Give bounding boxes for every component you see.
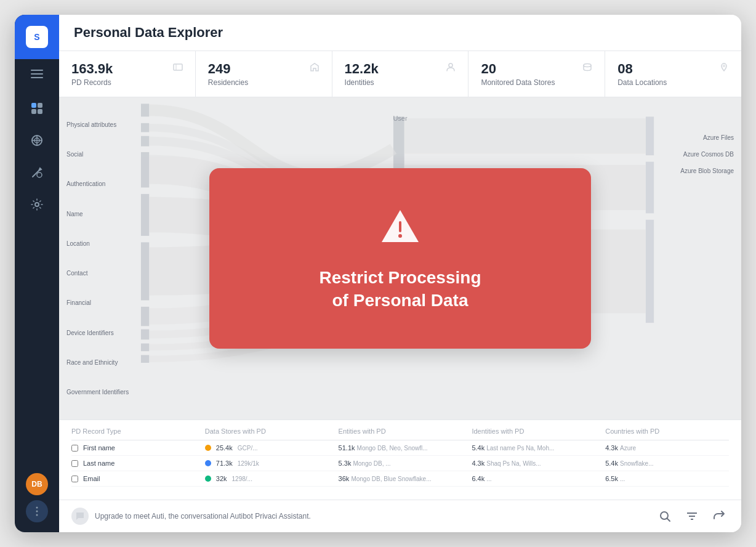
ds-dot-1 (205, 460, 211, 466)
row-1-countries: 5.4k Snowflake... (605, 460, 729, 467)
modal-title: Restrict Processingof Personal Data (320, 267, 481, 312)
col-header-type: PD Record Type (71, 427, 195, 435)
svg-rect-3 (31, 103, 36, 108)
svg-rect-0 (31, 70, 43, 71)
identities-value: 12.2k (345, 61, 379, 77)
stat-identities[interactable]: 12.2k Identities (332, 51, 469, 97)
residencies-label: Residencies (208, 78, 248, 87)
warning-triangle-icon (378, 205, 422, 249)
stat-monitored-data-stores[interactable]: 20 Monitored Data Stores (468, 51, 605, 97)
identities-label: Identities (345, 78, 379, 87)
svg-point-14 (36, 511, 38, 513)
sidebar-nav (22, 94, 52, 473)
row-2-checkbox[interactable] (71, 476, 78, 482)
table-row[interactable]: Last name 71.3k 129k/1k 5.3k Mongo DB, .… (71, 456, 729, 471)
sidebar-item-data-map[interactable] (22, 126, 52, 155)
monitored-icon (582, 62, 592, 75)
sidebar-item-tools[interactable] (22, 158, 52, 187)
svg-rect-16 (174, 64, 182, 70)
page-header: Personal Data Explorer (59, 15, 741, 51)
row-0-data-stores: 25.4k GCP/... (205, 444, 329, 452)
pd-records-icon (173, 62, 183, 75)
bottom-bar: Upgrade to meet Auti, the conversational… (59, 500, 741, 532)
sidebar-bottom: DB (26, 473, 48, 532)
main-content: Personal Data Explorer 163.9k PD Records (59, 15, 741, 532)
sidebar: S (15, 15, 59, 532)
svg-rect-6 (38, 109, 42, 114)
table-row[interactable]: First name 25.4k GCP/... 51.1k Mongo DB,… (71, 440, 729, 456)
restrict-processing-modal[interactable]: Restrict Processingof Personal Data (209, 168, 591, 349)
svg-rect-1 (31, 73, 43, 75)
logo-text: S (26, 26, 48, 48)
svg-rect-5 (31, 109, 36, 114)
more-options-button[interactable] (26, 500, 48, 522)
monitored-label: Monitored Data Stores (481, 78, 555, 87)
svg-point-12 (35, 203, 39, 206)
sidebar-item-dashboard[interactable] (22, 94, 52, 123)
row-1-data-stores: 71.3k 129k/1k (205, 460, 329, 467)
ds-dot-0 (205, 445, 211, 451)
row-1-entities: 5.3k Mongo DB, ... (339, 460, 462, 467)
svg-rect-2 (31, 77, 43, 78)
bottom-bar-actions (655, 506, 729, 526)
monitored-value: 20 (481, 61, 555, 77)
table-row[interactable]: Email 32k 1298/... 36k Mongo DB, Blue Sn… (71, 471, 729, 487)
table-header: PD Record Type Data Stores with PD Entit… (71, 427, 729, 440)
data-locations-value: 08 (617, 61, 667, 77)
svg-point-19 (584, 64, 591, 67)
svg-point-15 (36, 514, 38, 516)
row-0-type: First name (71, 444, 195, 452)
svg-rect-4 (38, 103, 42, 108)
ds-dot-2 (205, 476, 211, 482)
svg-point-13 (36, 507, 38, 509)
row-2-entities: 36k Mongo DB, Blue Snowflake... (339, 475, 462, 482)
svg-point-20 (723, 65, 725, 67)
menu-toggle-button[interactable] (15, 59, 59, 89)
search-button[interactable] (655, 506, 675, 526)
row-2-data-stores: 32k 1298/... (205, 475, 329, 482)
row-1-checkbox[interactable] (71, 460, 78, 467)
svg-point-11 (37, 172, 42, 177)
stats-bar: 163.9k PD Records 249 Residencies (59, 51, 741, 97)
row-0-identities: 5.4k Last name Ps Na, Moh... (472, 444, 595, 452)
col-header-identities: Identities with PD (472, 427, 595, 435)
col-header-data-stores: Data Stores with PD (205, 427, 329, 435)
row-0-entities: 51.1k Mongo DB, Neo, Snowfl... (339, 444, 462, 452)
residencies-value: 249 (208, 61, 248, 77)
stat-data-locations[interactable]: 08 Data Locations (605, 51, 741, 97)
identities-icon (446, 62, 456, 75)
sankey-chart: Physical attributes Social Authenticatio… (59, 97, 741, 419)
modal-overlay: Restrict Processingof Personal Data (59, 97, 741, 419)
sidebar-logo[interactable]: S (15, 15, 59, 59)
row-1-type: Last name (71, 460, 195, 467)
pd-records-value: 163.9k (71, 61, 113, 77)
data-locations-label: Data Locations (617, 78, 667, 87)
col-header-countries: Countries with PD (605, 427, 729, 435)
row-0-checkbox[interactable] (71, 445, 78, 452)
user-avatar[interactable]: DB (26, 473, 48, 495)
residencies-icon (310, 62, 320, 75)
col-header-entities: Entities with PD (339, 427, 462, 435)
row-2-identities: 6.4k ... (472, 475, 595, 482)
svg-line-37 (667, 519, 670, 522)
row-1-identities: 4.3k Shaq Ps Na, Wills... (472, 460, 595, 467)
svg-point-35 (398, 234, 402, 238)
stat-pd-records[interactable]: 163.9k PD Records (59, 51, 196, 97)
chat-bubble-icon (71, 508, 89, 525)
bottom-bar-chat: Upgrade to meet Auti, the conversational… (71, 508, 311, 525)
data-locations-icon (719, 62, 729, 75)
svg-point-18 (449, 63, 452, 67)
sidebar-item-settings[interactable] (22, 190, 52, 219)
bottom-bar-text: Upgrade to meet Auti, the conversational… (95, 512, 311, 521)
data-table: PD Record Type Data Stores with PD Entit… (59, 419, 741, 500)
filter-button[interactable] (682, 506, 702, 526)
row-2-countries: 6.5k ... (605, 475, 729, 482)
share-button[interactable] (709, 506, 729, 526)
pd-records-label: PD Records (71, 78, 113, 87)
row-0-countries: 4.3k Azure (605, 444, 729, 452)
stat-residencies[interactable]: 249 Residencies (196, 51, 332, 97)
row-2-type: Email (71, 475, 195, 482)
page-title: Personal Data Explorer (74, 25, 726, 41)
